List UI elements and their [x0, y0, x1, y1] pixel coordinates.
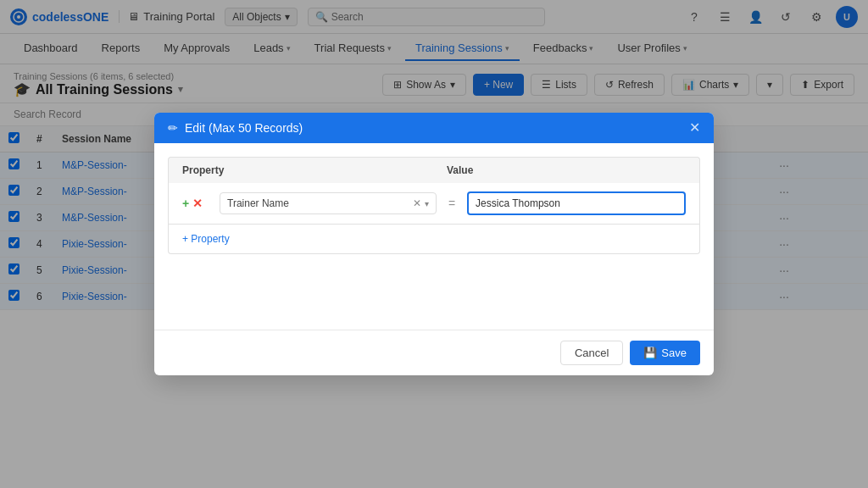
- modal-title: Edit (Max 50 Records): [185, 121, 303, 135]
- add-property-button[interactable]: + Property: [168, 225, 700, 254]
- col-value-header: Value: [421, 164, 686, 176]
- modal-overlay[interactable]: ✏ Edit (Max 50 Records) ✕ Property Value…: [0, 0, 868, 488]
- property-select[interactable]: Trainer Name ✕ ▾: [220, 192, 437, 214]
- property-select-value: Trainer Name: [227, 197, 413, 209]
- cancel-button[interactable]: Cancel: [560, 341, 623, 365]
- add-property-label: + Property: [182, 233, 230, 245]
- modal-property-row: + ✕ Trainer Name ✕ ▾ =: [168, 183, 700, 225]
- col-property-header: Property: [182, 164, 421, 176]
- modal-header-title: ✏ Edit (Max 50 Records): [168, 121, 303, 135]
- edit-modal: ✏ Edit (Max 50 Records) ✕ Property Value…: [154, 113, 714, 375]
- value-input[interactable]: [467, 191, 686, 215]
- property-dropdown-icon[interactable]: ▾: [425, 199, 429, 208]
- property-select-controls: ✕ ▾: [413, 197, 429, 209]
- save-label: Save: [661, 347, 687, 359]
- add-row-icon[interactable]: +: [182, 197, 189, 210]
- modal-header: ✏ Edit (Max 50 Records) ✕: [154, 113, 714, 143]
- modal-table-header: Property Value: [168, 157, 700, 183]
- modal-edit-icon: ✏: [168, 121, 178, 135]
- modal-footer: Cancel 💾 Save: [154, 330, 714, 375]
- equals-sign: =: [443, 197, 460, 210]
- modal-body: Property Value + ✕ Trainer Name ✕ ▾ =: [154, 143, 714, 330]
- modal-close-button[interactable]: ✕: [689, 121, 700, 135]
- save-icon: 💾: [643, 347, 657, 359]
- save-button[interactable]: 💾 Save: [630, 341, 700, 365]
- property-clear-icon[interactable]: ✕: [413, 197, 421, 209]
- modal-row-icons: + ✕: [182, 197, 213, 210]
- remove-row-icon[interactable]: ✕: [192, 197, 203, 210]
